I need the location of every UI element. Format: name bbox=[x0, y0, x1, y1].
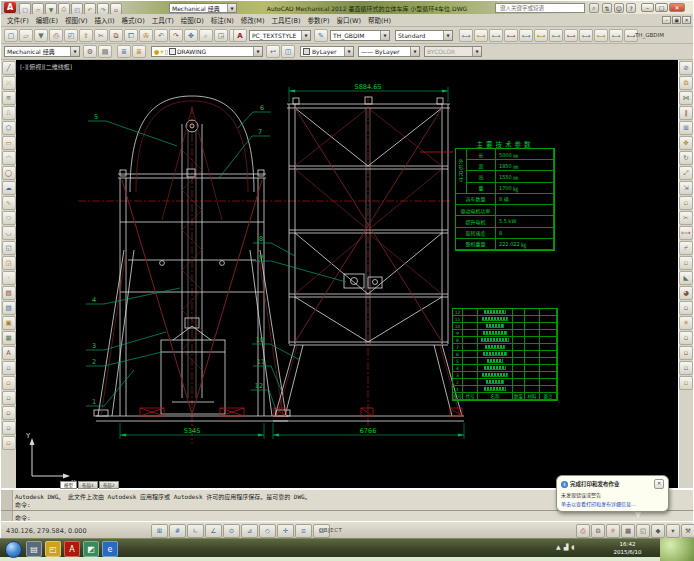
tool-table-icon[interactable]: ▦ bbox=[2, 331, 16, 345]
standard-style-combo[interactable]: Standard▼ bbox=[395, 30, 453, 41]
mode-dyn-toggle[interactable]: ✛ bbox=[277, 524, 294, 538]
mode-otrack-toggle[interactable]: ⊿ bbox=[241, 524, 258, 538]
layer-previous-icon[interactable]: ↩ bbox=[266, 45, 280, 58]
tool-line-icon[interactable]: ╱ bbox=[2, 61, 16, 75]
volume-icon[interactable]: ◖ bbox=[571, 543, 574, 550]
menu-6[interactable]: 绘图(D) bbox=[181, 15, 204, 25]
open-icon[interactable]: ▱ bbox=[19, 29, 33, 42]
tray-trusted-dwg-icon[interactable]: ◆ bbox=[651, 524, 665, 538]
tool-array-icon[interactable]: ⊞ bbox=[679, 121, 693, 135]
tool-mirror-icon[interactable]: ⋈ bbox=[679, 91, 693, 105]
tab-模型[interactable]: 模型 bbox=[60, 481, 77, 489]
paste-icon[interactable]: ⧠ bbox=[124, 29, 138, 42]
start-button[interactable] bbox=[5, 541, 22, 558]
workspace-toolbar-combo[interactable]: Mechanical 经典▼ bbox=[4, 46, 80, 57]
menu-4[interactable]: 格式(O) bbox=[122, 15, 145, 25]
tool-fillet-icon[interactable]: ◕ bbox=[679, 286, 693, 300]
tool-power-dim-icon[interactable]: ▫ bbox=[2, 436, 16, 450]
tool-point-icon[interactable]: · bbox=[2, 271, 16, 285]
tool-copy-icon[interactable]: ⧉ bbox=[679, 76, 693, 90]
mode-lwt-toggle[interactable]: ≡ bbox=[295, 524, 312, 538]
dim-aligned-icon[interactable]: ⟷ bbox=[474, 29, 488, 42]
drawing-canvas[interactable]: [-][俯视][二维线框] bbox=[16, 60, 678, 488]
tool-make-block-icon[interactable]: ◲ bbox=[2, 256, 16, 270]
menu-8[interactable]: 修改(M) bbox=[241, 15, 265, 25]
search-icon[interactable]: ⌕ bbox=[589, 3, 599, 13]
tool-detail-icon[interactable]: ▫ bbox=[2, 391, 16, 405]
dim-angular-icon[interactable]: ⟷ bbox=[549, 29, 563, 42]
tool-polyline-icon[interactable]: ⎍ bbox=[2, 106, 16, 120]
tool-power-erase-icon[interactable]: ▫ bbox=[679, 361, 693, 375]
tool-polygon-icon[interactable]: ⬠ bbox=[2, 121, 16, 135]
dim-linear-icon[interactable]: ⟷ bbox=[459, 29, 473, 42]
gear-icon[interactable]: ⚙ bbox=[83, 45, 97, 58]
tool-move-icon[interactable]: ✥ bbox=[679, 136, 693, 150]
tool-mline-icon[interactable]: ≋ bbox=[2, 91, 16, 105]
menu-12[interactable]: 帮助(H) bbox=[368, 15, 391, 25]
lineweight-combo[interactable]: BYCOLOR▼ bbox=[424, 46, 482, 57]
redo-icon[interactable]: ↷ bbox=[169, 29, 183, 42]
tab-布局1[interactable]: 布局1 bbox=[78, 481, 98, 489]
tool-ellipse-icon[interactable]: ⬭ bbox=[2, 211, 16, 225]
text-style-icon[interactable]: A bbox=[233, 29, 247, 42]
app-folder-icon[interactable]: ◰ bbox=[45, 541, 61, 557]
layer-isolate-icon[interactable]: ◫ bbox=[281, 45, 295, 58]
dim-baseline-icon[interactable]: ⟷ bbox=[579, 29, 593, 42]
tool-spline-icon[interactable]: ∿ bbox=[2, 196, 16, 210]
tool-extend-icon[interactable]: ⟼ bbox=[679, 226, 693, 240]
tool-erase-icon[interactable]: ⊘ bbox=[679, 61, 693, 75]
new-icon[interactable]: ▢ bbox=[4, 29, 18, 42]
menu-5[interactable]: 工具(T) bbox=[152, 15, 174, 25]
notification-link[interactable]: 单击以查看打印和发布详细信息... bbox=[561, 500, 664, 507]
tray-clean-screen-icon[interactable]: ◱ bbox=[636, 524, 650, 538]
tool-circle-icon[interactable]: ◯ bbox=[2, 166, 16, 180]
dimstyle-icon[interactable]: ✎ bbox=[314, 29, 328, 42]
tool-trim-icon[interactable]: ✂ bbox=[679, 211, 693, 225]
mode-ortho-toggle[interactable]: ∟ bbox=[187, 524, 204, 538]
tool-rectangle-icon[interactable]: ▭ bbox=[2, 136, 16, 150]
dim-leader-icon[interactable]: ⟷ bbox=[609, 29, 623, 42]
menu-7[interactable]: 标注(N) bbox=[211, 15, 234, 25]
doc-minimize-button[interactable]: – bbox=[662, 16, 671, 24]
menu-1[interactable]: 编辑(E) bbox=[36, 15, 58, 25]
menu-9[interactable]: 工具栏(B) bbox=[271, 15, 300, 25]
tool-revcloud-icon[interactable]: ☁ bbox=[2, 181, 16, 195]
publish-icon[interactable]: ⇪ bbox=[79, 29, 93, 42]
help-icon[interactable]: ? bbox=[626, 3, 636, 13]
tool-explode-icon[interactable]: ✳ bbox=[679, 316, 693, 330]
lock-icon[interactable]: ▯ bbox=[165, 48, 168, 55]
app-browser-icon[interactable]: e bbox=[102, 541, 118, 557]
text-style-combo[interactable]: PC_TEXTSTYLE▼ bbox=[249, 30, 311, 41]
mode-snap-toggle[interactable]: ⊞ bbox=[151, 524, 168, 538]
maximize-button[interactable]: ▢ bbox=[655, 3, 668, 12]
viewport-label[interactable]: [-][俯视][二维线框] bbox=[20, 62, 72, 71]
linetype-combo[interactable]: —— ByLayer▼ bbox=[358, 46, 420, 57]
workspace-settings-icon[interactable]: ▤ bbox=[98, 45, 112, 58]
zoom-window-icon[interactable]: ◲ bbox=[214, 29, 228, 42]
tool-hatch-icon[interactable]: ▨ bbox=[2, 286, 16, 300]
tray-comm-center-icon[interactable]: ☼ bbox=[606, 524, 620, 538]
search-input[interactable] bbox=[498, 4, 578, 12]
close-button[interactable]: ✕ bbox=[669, 3, 685, 12]
menu-10[interactable]: 参数(P) bbox=[308, 15, 330, 25]
save-icon[interactable]: ▼ bbox=[34, 29, 48, 42]
tool-balloon-icon[interactable]: ▫ bbox=[2, 406, 16, 420]
mode-polar-toggle[interactable]: ∠ bbox=[205, 524, 222, 538]
tray-wrench-icon[interactable]: ⚒ bbox=[681, 524, 694, 538]
dim-diameter-icon[interactable]: ⟷ bbox=[534, 29, 548, 42]
tray-tray-settings-icon[interactable]: ▾ bbox=[666, 524, 680, 538]
menu-3[interactable]: 插入(I) bbox=[95, 15, 115, 25]
plot-icon[interactable]: ⎙ bbox=[49, 29, 63, 42]
copy-icon[interactable]: ⧉ bbox=[109, 29, 123, 42]
pan-icon[interactable]: ✥ bbox=[184, 29, 198, 42]
dim-arc-icon[interactable]: ⟷ bbox=[489, 29, 503, 42]
tray-plot-notify-icon[interactable]: ⎙ bbox=[576, 524, 590, 538]
tray-expand-icon[interactable]: ▲ bbox=[556, 543, 561, 550]
layer-states-icon[interactable]: ≣ bbox=[132, 45, 146, 58]
autocad-logo-icon[interactable]: A bbox=[4, 2, 16, 13]
dim-quick-icon[interactable]: ⟷ bbox=[564, 29, 578, 42]
tool-partlist-icon[interactable]: ▫ bbox=[2, 421, 16, 435]
dim-continue-icon[interactable]: ⟷ bbox=[594, 29, 608, 42]
tool-symbol-icon[interactable]: ▫ bbox=[2, 361, 16, 375]
dim-style-combo[interactable]: TH_GBDIM▼ bbox=[330, 30, 390, 41]
